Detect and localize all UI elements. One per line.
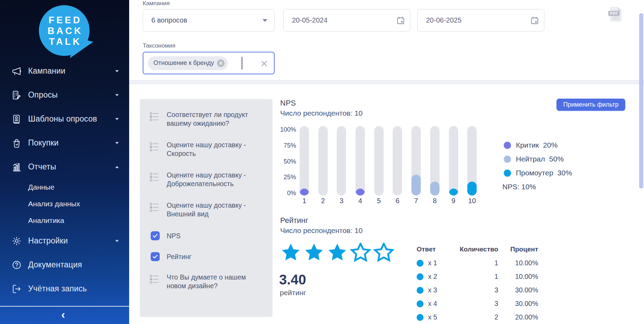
gear-icon <box>11 236 22 246</box>
rating-count-cell: 3 <box>460 297 498 310</box>
answer-dot-icon <box>417 287 424 294</box>
answer-dot-icon <box>417 314 424 321</box>
date-to-field[interactable]: 20-06-2025 <box>417 9 544 32</box>
question-item[interactable]: Что Вы думаете о нашем новом дизайне? <box>149 273 273 290</box>
rating-percent-cell: 30.00% <box>498 297 538 310</box>
rating-col-header: Ответ <box>417 242 460 256</box>
sidebar-item-surveys[interactable]: Опросы <box>0 83 129 107</box>
logout-icon <box>11 284 22 294</box>
answer-dot-icon <box>417 260 424 267</box>
list-question-icon <box>149 111 161 122</box>
nps-bar-track <box>430 126 440 196</box>
star-icon <box>350 243 371 265</box>
sidebar-item-reports[interactable]: Отчеты <box>0 155 129 179</box>
template-icon <box>11 114 22 124</box>
legend-item: Промоутер30% <box>502 166 572 180</box>
sidebar-item-label: Шаблоны опросов <box>28 114 97 124</box>
x-axis-label: 5 <box>374 197 384 205</box>
checkbox-checked[interactable] <box>151 231 160 240</box>
apply-filter-button[interactable]: Применить фильтр <box>557 99 625 111</box>
rating-count-cell: 2 <box>460 310 498 324</box>
scrollbar-thumb[interactable] <box>639 13 643 189</box>
x-axis-label: 2 <box>318 197 328 205</box>
question-text: Оцените нашу доставку - Скорость <box>167 141 253 158</box>
checkbox-checked[interactable] <box>151 252 160 261</box>
question-text: Что Вы думаете о нашем новом дизайне? <box>167 273 253 290</box>
list-question-icon <box>149 202 161 213</box>
question-item[interactable]: NPS <box>149 231 273 240</box>
sidebar-item-settings[interactable]: Настройки <box>0 229 129 253</box>
nps-bar-track <box>337 126 346 196</box>
question-item[interactable]: Соответствует ли продукт вашему ожиданию… <box>149 110 273 128</box>
campaign-label: Кампания <box>143 0 170 7</box>
sidebar-item-campaigns[interactable]: Кампании <box>0 59 129 83</box>
answer-dot-icon <box>417 273 424 280</box>
sidebar-subitem-label: Аналитика <box>28 216 64 225</box>
answer-label: x 4 <box>428 300 437 308</box>
answer-label: x 5 <box>428 313 437 321</box>
rating-count-cell: 1 <box>460 270 498 283</box>
legend-value: 30% <box>558 169 572 177</box>
rating-answer-cell: x 5 <box>417 310 460 324</box>
sidebar-item-purchases[interactable]: Покупки <box>0 131 129 155</box>
sidebar-menu: КампанииОпросыШаблоны опросовПокупкиОтче… <box>0 59 129 301</box>
logo-line: FEED <box>47 15 82 26</box>
sidebar-collapse-button[interactable]: ‹ <box>53 307 74 321</box>
sidebar-item-account[interactable]: Учётная запись <box>0 277 129 301</box>
x-axis-label: 1 <box>300 197 309 205</box>
pdf-export-icon[interactable]: PDF <box>610 7 622 22</box>
nps-bar-fill <box>430 182 440 196</box>
sidebar-item-label: Опросы <box>28 90 58 100</box>
question-item[interactable]: Рейтинг <box>149 252 273 261</box>
answer-label: x 2 <box>428 273 437 281</box>
pdf-line <box>612 19 619 20</box>
sidebar-item-templates[interactable]: Шаблоны опросов <box>0 107 129 131</box>
legend-value: 20% <box>543 141 558 149</box>
sidebar-subitem-analysis[interactable]: Анализ данных <box>0 196 129 212</box>
taxonomy-label: Таксономия <box>143 42 175 49</box>
rating-percent-cell: 10.00% <box>498 256 538 270</box>
question-item[interactable]: Оцените нашу доставку - Внешний вид <box>149 201 273 218</box>
survey-icon <box>11 90 22 100</box>
pdf-line <box>612 18 619 19</box>
star-icon <box>326 243 348 265</box>
chip-remove-icon[interactable] <box>217 59 225 67</box>
question-item[interactable]: Оцените нашу доставку - Скорость <box>149 141 273 158</box>
logo-line: TALK <box>47 36 82 47</box>
nps-legend: Критик20%Нейтрал50%Промоутер30%NPS: 10% <box>502 138 572 191</box>
calendar-icon[interactable] <box>396 16 405 25</box>
chevron-down-icon <box>115 142 119 144</box>
chevron-down-icon <box>115 94 119 96</box>
nps-bar-fill <box>356 189 365 196</box>
star-icon <box>373 243 395 265</box>
sidebar-subitem-data[interactable]: Данные <box>0 179 129 196</box>
campaign-select[interactable]: 6 вопросов <box>143 9 275 32</box>
question-list: Соответствует ли продукт вашему ожиданию… <box>140 99 273 317</box>
legend-dot-icon <box>504 156 511 163</box>
star-rating <box>280 243 395 265</box>
x-axis-label: 6 <box>393 197 402 205</box>
calendar-icon[interactable] <box>530 16 539 25</box>
question-item[interactable]: Оцените нашу доставку - Доброжелательнос… <box>149 171 273 188</box>
date-from-value: 20-05-2024 <box>292 9 327 31</box>
rating-col-header: Процент <box>498 242 538 256</box>
answer-label: x 3 <box>428 286 437 294</box>
legend-label: Промоутер <box>516 169 553 177</box>
sidebar-item-docs[interactable]: Документация <box>0 253 129 277</box>
date-from-field[interactable]: 20-05-2024 <box>283 9 410 32</box>
taxonomy-input[interactable]: Отношение к бренду <box>143 52 275 74</box>
taxonomy-chip[interactable]: Отношение к бренду <box>148 56 228 70</box>
megaphone-icon <box>11 66 22 76</box>
sidebar-subitem-analytics[interactable]: Аналитика <box>0 212 129 229</box>
rating-percent-cell: 20.00% <box>498 310 538 324</box>
nps-bar-track <box>411 126 421 196</box>
clear-icon[interactable] <box>260 59 268 68</box>
question-text: Соответствует ли продукт вашему ожиданию… <box>167 110 253 128</box>
rating-count-cell: 3 <box>460 283 498 297</box>
rating-answer-cell: x 4 <box>417 297 460 310</box>
nps-bar-track <box>393 126 402 196</box>
sidebar-item-label: Отчеты <box>28 162 56 172</box>
list-question-icon <box>149 141 161 152</box>
rating-answer-cell: x 2 <box>417 270 460 283</box>
sidebar-item-label: Учётная запись <box>28 284 87 293</box>
